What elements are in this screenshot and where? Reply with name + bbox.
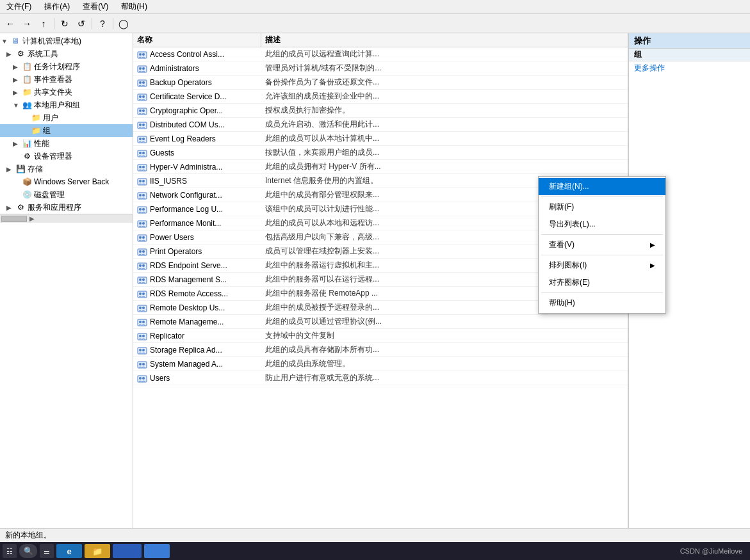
svg-point-95: [142, 377, 145, 380]
svg-point-51: [142, 222, 145, 225]
menu-view[interactable]: 查看(V): [79, 1, 112, 13]
svg-point-2: [139, 53, 142, 56]
ctx-sep2: [541, 234, 663, 235]
toggle-event: ▶: [13, 76, 22, 83]
group-icon: [137, 77, 147, 88]
col-header-desc[interactable]: 描述: [261, 33, 628, 47]
tree-item-shared[interactable]: ▶ 📁 共享文件夹: [0, 86, 133, 99]
cell-name-text: Users: [150, 374, 170, 383]
list-row[interactable]: Certificate Service D... 允许该组的成员连接到企业中的.…: [133, 90, 628, 104]
ctx-help[interactable]: 帮助(H): [539, 294, 665, 312]
tree-item-wsb[interactable]: 📦 Windows Server Back: [0, 175, 133, 188]
svg-point-35: [142, 166, 145, 168]
right-action-more[interactable]: 更多操作: [629, 61, 750, 74]
toolbar-refresh[interactable]: ↻: [57, 17, 72, 31]
list-row[interactable]: Storage Replica Ad... 此组的成员具有存储副本所有功...: [133, 343, 628, 357]
tree-item-event-viewer[interactable]: ▶ 📋 事件查看器: [0, 73, 133, 86]
ctx-view[interactable]: 查看(V) ▶: [539, 236, 665, 253]
tree-root[interactable]: ▼ 🖥 计算机管理(本地): [0, 35, 133, 47]
group-icon: [137, 289, 147, 299]
ctx-export[interactable]: 导出列表(L)...: [539, 216, 665, 233]
toolbar-refresh2[interactable]: ↺: [74, 17, 89, 31]
taskbar-folder[interactable]: 📁: [85, 544, 110, 558]
ctx-sep3: [541, 255, 663, 255]
ctx-arrange[interactable]: 排列图标(I) ▶: [539, 257, 665, 274]
list-cell-desc: 此组的成员由系统管理。: [261, 358, 628, 370]
list-cell-name: Distributed COM Us...: [133, 119, 261, 131]
ctx-sep1: [541, 196, 663, 197]
list-cell-desc: 按默认值，来宾跟用户组的成员...: [261, 147, 628, 159]
group-icon: [137, 317, 147, 327]
list-row[interactable]: Event Log Readers 此组的成员可以从本地计算机中...: [133, 132, 628, 146]
taskbar-app2[interactable]: [144, 544, 170, 558]
taskbar-start[interactable]: ☷: [3, 544, 17, 558]
cell-name-text: Hyper-V Administra...: [150, 163, 222, 172]
ctx-refresh[interactable]: 刷新(F): [539, 198, 665, 216]
wsb-label: Windows Server Back: [34, 177, 109, 186]
list-cell-name: Certificate Service D...: [133, 91, 261, 102]
list-row[interactable]: Cryptographic Oper... 授权成员执行加密操作。: [133, 104, 628, 118]
list-row[interactable]: Replicator 支持域中的文件复制: [133, 329, 628, 343]
taskbar-ie[interactable]: e: [56, 544, 82, 558]
svg-point-63: [142, 264, 145, 267]
list-row[interactable]: Backup Operators 备份操作员为了备份或还原文件...: [133, 76, 628, 90]
event-icon: 📋: [22, 74, 32, 84]
tree-item-storage[interactable]: ▶ 💾 存储: [0, 163, 133, 175]
toolbar-up[interactable]: ↑: [36, 17, 51, 31]
tree-item-system-tools[interactable]: ▶ ⚙ 系统工具: [0, 47, 133, 60]
tree-item-device-manager[interactable]: ⚙ 设备管理器: [0, 150, 133, 163]
menu-help[interactable]: 帮助(H): [117, 1, 151, 13]
toolbar-help[interactable]: ?: [95, 17, 110, 31]
group-icon: [137, 260, 147, 271]
group-icon: [137, 204, 147, 214]
toolbar-sep2: [92, 18, 92, 29]
list-cell-name: IIS_IUSRS: [133, 175, 261, 187]
list-row[interactable]: Access Control Assi... 此组的成员可以远程查询此计算...: [133, 47, 628, 61]
list-cell-desc: 成员允许启动、激活和使用此计...: [261, 118, 628, 131]
toolbar-view[interactable]: ◯: [116, 17, 131, 31]
cell-name-text: RDS Endpoint Serve...: [150, 261, 227, 270]
list-row[interactable]: System Managed A... 此组的成员由系统管理。: [133, 357, 628, 371]
taskbar-app1[interactable]: [113, 544, 142, 558]
list-row[interactable]: Distributed COM Us... 成员允许启动、激活和使用此计...: [133, 118, 628, 132]
tree-item-task-scheduler[interactable]: ▶ 📋 任务计划程序: [0, 60, 133, 73]
menu-file[interactable]: 文件(F): [3, 1, 35, 13]
tree-item-local-users[interactable]: ▼ 👥 本地用户和组: [0, 99, 133, 111]
menu-action[interactable]: 操作(A): [40, 1, 74, 13]
list-cell-name: Backup Operators: [133, 77, 261, 88]
system-icon: ⚙: [15, 49, 26, 59]
taskbar-tasklist[interactable]: ⚌: [40, 544, 54, 558]
ctx-align[interactable]: 对齐图标(E): [539, 274, 665, 291]
taskbar-search[interactable]: 🔍: [19, 544, 37, 558]
toolbar-forward[interactable]: →: [19, 17, 35, 31]
left-scrollbar[interactable]: ▶: [0, 214, 133, 223]
toolbar-back[interactable]: ←: [3, 17, 18, 31]
group-icon: [137, 49, 147, 60]
tree-item-groups[interactable]: 📁 组: [0, 124, 133, 137]
group-icon: [137, 303, 147, 313]
right-panel-header: 操作: [629, 33, 750, 49]
col-header-name[interactable]: 名称: [133, 33, 261, 47]
tree-item-performance[interactable]: ▶ 📊 性能: [0, 137, 133, 150]
list-row[interactable]: Guests 按默认值，来宾跟用户组的成员...: [133, 146, 628, 160]
svg-point-43: [142, 194, 145, 196]
list-cell-desc: 此组的成员拥有对 Hyper-V 所有...: [261, 161, 628, 173]
scroll-arrow: ▶: [29, 215, 35, 222]
svg-point-47: [142, 208, 145, 211]
ctx-arrange-arrow: ▶: [650, 262, 655, 269]
cell-name-text: System Managed A...: [150, 360, 223, 369]
group-icon: [137, 218, 147, 228]
tree-item-users[interactable]: 📁 用户: [0, 111, 133, 124]
list-row[interactable]: Administrators 管理员对计算机/域有不受限制的...: [133, 61, 628, 76]
svg-point-22: [139, 124, 142, 126]
tree-item-disk[interactable]: 💿 磁盘管理: [0, 188, 133, 201]
list-row[interactable]: Hyper-V Administra... 此组的成员拥有对 Hyper-V 所…: [133, 160, 628, 174]
ctx-new-group[interactable]: 新建组(N)...: [539, 178, 665, 195]
list-row[interactable]: Users 防止用户进行有意或无意的系统...: [133, 371, 628, 385]
list-row[interactable]: Remote Manageme... 此组的成员可以通过管理协议(例...: [133, 315, 628, 329]
svg-point-58: [139, 250, 142, 253]
group-icon: [137, 331, 147, 341]
tree-item-services[interactable]: ▶ ⚙ 服务和应用程序: [0, 201, 133, 214]
toggle-local: ▼: [13, 102, 22, 109]
cell-name-text: Print Operators: [150, 247, 202, 256]
